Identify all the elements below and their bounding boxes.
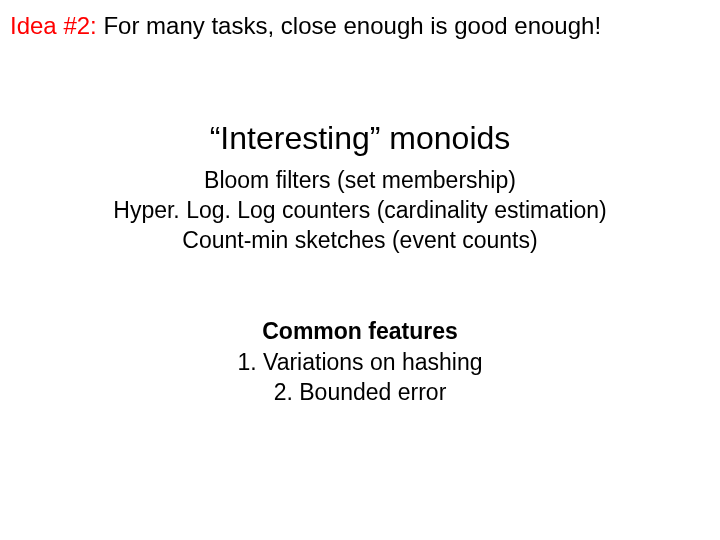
monoid-item-1: Bloom filters (set membership) xyxy=(0,166,720,196)
main-title: “Interesting” monoids xyxy=(0,120,720,157)
idea-prefix: Idea #2: xyxy=(10,12,97,39)
monoid-list: Bloom filters (set membership) Hyper. Lo… xyxy=(0,166,720,256)
feature-item-1: 1. Variations on hashing xyxy=(0,348,720,378)
monoid-item-3: Count-min sketches (event counts) xyxy=(0,226,720,256)
feature-item-2: 2. Bounded error xyxy=(0,378,720,408)
idea-text: For many tasks, close enough is good eno… xyxy=(97,12,601,39)
features-title: Common features xyxy=(0,318,720,345)
features-list: 1. Variations on hashing 2. Bounded erro… xyxy=(0,348,720,408)
idea-heading: Idea #2: For many tasks, close enough is… xyxy=(10,12,601,40)
monoid-item-2: Hyper. Log. Log counters (cardinality es… xyxy=(0,196,720,226)
